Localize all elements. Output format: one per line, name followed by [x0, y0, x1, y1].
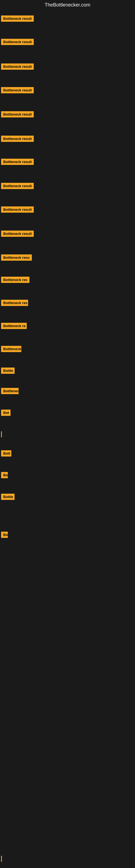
bottleneck-badge-6[interactable]: Bottleneck result	[1, 135, 34, 143]
bottleneck-badge-9[interactable]: Bottleneck result	[1, 207, 34, 214]
bottleneck-badge-2[interactable]: Bottleneck result	[1, 39, 34, 46]
bottleneck-badge-22[interactable]: Bottle	[1, 494, 14, 501]
bottleneck-badge-20[interactable]: Bott	[1, 450, 11, 458]
bottleneck-badge-23[interactable]: Bo	[1, 532, 8, 539]
bottleneck-badge-3[interactable]: Bottleneck result	[1, 63, 34, 71]
bottleneck-badge-18[interactable]: Bot	[1, 410, 10, 417]
bottleneck-badge-21[interactable]: Bo	[1, 472, 8, 479]
bottleneck-badge-15[interactable]: Bottleneck	[1, 346, 21, 353]
bottleneck-badge-10[interactable]: Bottleneck result	[1, 230, 34, 238]
bottleneck-badge-5[interactable]: Bottleneck result	[1, 111, 34, 119]
bottleneck-badge-4[interactable]: Bottleneck result	[1, 87, 34, 94]
site-title: TheBottlenecker.com	[0, 0, 135, 10]
bottleneck-badge-16[interactable]: Bottle	[1, 368, 14, 375]
bottleneck-badge-1[interactable]: Bottleneck result	[1, 16, 34, 23]
bottleneck-badge-24	[1, 856, 2, 863]
bottleneck-badge-19	[1, 431, 2, 438]
bottleneck-badge-7[interactable]: Bottleneck result	[1, 159, 34, 166]
bottleneck-badge-17[interactable]: Bottlenec	[1, 388, 18, 395]
bottleneck-badge-12[interactable]: Bottleneck res	[1, 277, 30, 284]
bottleneck-badge-11[interactable]: Bottleneck resu	[1, 254, 34, 262]
bottleneck-badge-8[interactable]: Bottleneck result	[1, 183, 34, 190]
bottleneck-badge-13[interactable]: Bottleneck res	[1, 300, 28, 307]
bottleneck-badge-14[interactable]: Bottleneck re	[1, 323, 27, 330]
page-wrapper: TheBottlenecker.com Bottleneck result Bo…	[0, 0, 135, 868]
